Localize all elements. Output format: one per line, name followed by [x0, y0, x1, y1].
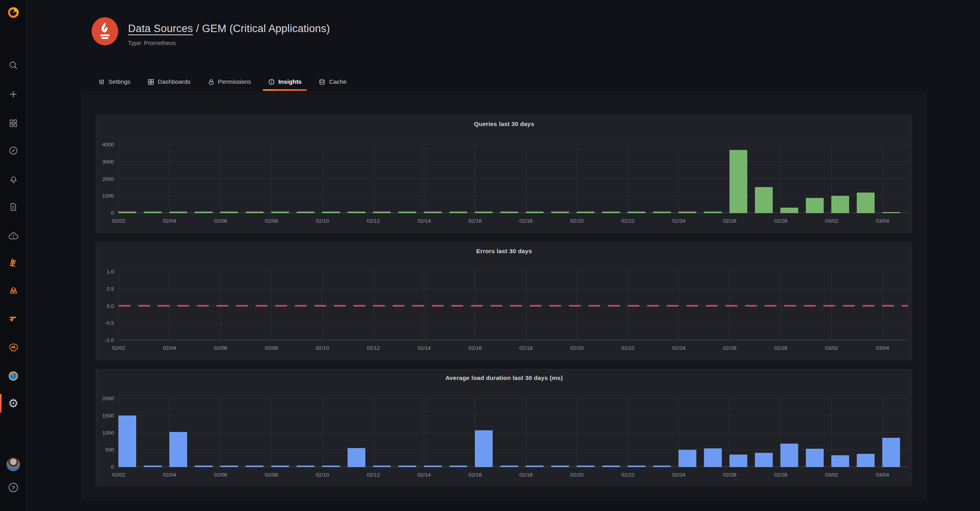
queries-chart: 02/0202/0402/0602/0802/1002/1202/1402/16…: [96, 115, 912, 233]
svg-text:02/16: 02/16: [469, 218, 482, 224]
svg-text:02/28: 02/28: [774, 472, 787, 478]
alerting-bell-icon[interactable]: [0, 173, 27, 185]
svg-text:02/04: 02/04: [163, 218, 176, 224]
svg-text:02/28: 02/28: [774, 345, 787, 351]
svg-text:03/02: 03/02: [825, 472, 838, 478]
svg-text:02/18: 02/18: [520, 345, 533, 351]
svg-text:02/20: 02/20: [570, 472, 584, 478]
svg-text:02/12: 02/12: [366, 472, 380, 478]
svg-text:02/10: 02/10: [316, 472, 329, 478]
page-title: Data Sources / GEM (Critical Application…: [128, 23, 330, 35]
user-avatar[interactable]: [0, 457, 27, 471]
svg-text:4000: 4000: [102, 142, 114, 148]
prometheus-logo-icon: [92, 17, 118, 45]
lock-icon: [208, 79, 215, 85]
svg-text:-0.5: -0.5: [105, 320, 114, 326]
svg-text:02/10: 02/10: [316, 218, 329, 224]
svg-text:02/14: 02/14: [418, 472, 431, 478]
explore-compass-icon[interactable]: [0, 145, 27, 157]
database-icon: [319, 79, 325, 85]
load-duration-chart: 02/0202/0402/0602/0802/1002/1202/1402/16…: [96, 369, 912, 486]
svg-text:02/22: 02/22: [621, 472, 635, 478]
errors-chart: 02/0202/0402/0602/0802/1002/1202/1402/16…: [96, 243, 912, 360]
svg-text:02/08: 02/08: [265, 472, 278, 478]
create-plus-icon[interactable]: [0, 88, 27, 100]
svg-text:02/08: 02/08: [265, 345, 278, 351]
mimir-app-icon[interactable]: [0, 284, 27, 296]
svg-text:02/12: 02/12: [366, 345, 380, 351]
document-icon[interactable]: [0, 201, 27, 213]
svg-text:02/18: 02/18: [520, 218, 533, 224]
tab-bar: Settings Dashboards Permissions Insights…: [93, 74, 352, 90]
search-icon[interactable]: [0, 59, 27, 71]
breadcrumb-data-sources-link[interactable]: Data Sources: [128, 23, 193, 34]
sliders-icon: [98, 79, 105, 85]
svg-text:02/16: 02/16: [469, 345, 482, 351]
svg-text:02/02: 02/02: [112, 345, 125, 351]
help-icon[interactable]: ?: [0, 482, 27, 493]
datasource-type: Type: Prometheus: [128, 40, 330, 46]
cloud-alert-icon[interactable]: [0, 230, 27, 242]
svg-text:02/22: 02/22: [621, 218, 635, 224]
grafana-logo-icon[interactable]: [0, 4, 27, 21]
svg-text:02/14: 02/14: [418, 218, 431, 224]
svg-text:02/24: 02/24: [672, 345, 686, 351]
svg-text:02/08: 02/08: [265, 218, 278, 224]
svg-text:1500: 1500: [102, 413, 114, 419]
svg-text:02/20: 02/20: [570, 218, 584, 224]
tab-insights[interactable]: Insights: [263, 74, 307, 90]
tab-cache[interactable]: Cache: [313, 74, 352, 90]
svg-text:02/06: 02/06: [214, 345, 227, 351]
tab-permissions[interactable]: Permissions: [202, 74, 256, 90]
svg-text:02/12: 02/12: [366, 218, 380, 224]
svg-text:02/26: 02/26: [723, 345, 736, 351]
svg-text:02/02: 02/02: [112, 218, 125, 224]
svg-text:03/02: 03/02: [825, 218, 838, 224]
svg-text:02/26: 02/26: [723, 218, 736, 224]
svg-text:02/02: 02/02: [112, 472, 125, 478]
sidebar: ⚙ ?: [0, 0, 27, 511]
svg-text:02/10: 02/10: [316, 345, 329, 351]
info-circle-icon: [268, 79, 275, 85]
loki-app-icon[interactable]: [0, 257, 27, 269]
svg-text:3000: 3000: [102, 159, 114, 165]
svg-text:02/24: 02/24: [672, 218, 686, 224]
svg-text:03/02: 03/02: [825, 345, 838, 351]
configuration-gear-icon[interactable]: ⚙: [0, 398, 27, 409]
tempo-app-icon[interactable]: [0, 313, 27, 324]
svg-text:02/24: 02/24: [672, 472, 686, 478]
machine-learning-app-icon[interactable]: [0, 342, 27, 353]
svg-text:0: 0: [111, 464, 114, 470]
svg-text:03/04: 03/04: [876, 218, 889, 224]
svg-text:03/04: 03/04: [876, 472, 889, 478]
svg-text:02/18: 02/18: [520, 472, 533, 478]
world-map-app-icon[interactable]: [0, 370, 27, 382]
svg-text:2000: 2000: [102, 396, 114, 401]
grid-icon: [148, 79, 154, 85]
load-duration-panel: Average load duration last 30 days (ms) …: [96, 369, 912, 486]
svg-text:2000: 2000: [102, 176, 114, 182]
svg-text:02/20: 02/20: [570, 345, 584, 351]
svg-text:500: 500: [105, 447, 114, 453]
svg-text:-1.0: -1.0: [105, 337, 114, 343]
svg-text:02/06: 02/06: [214, 218, 227, 224]
svg-text:02/22: 02/22: [621, 345, 635, 351]
errors-panel: Errors last 30 days 02/0202/0402/0602/08…: [96, 242, 912, 360]
svg-text:02/26: 02/26: [723, 472, 736, 478]
tab-dashboards[interactable]: Dashboards: [142, 74, 196, 90]
svg-text:0: 0: [111, 210, 114, 216]
queries-panel: Queries last 30 days 02/0202/0402/0602/0…: [96, 115, 912, 233]
datasource-name: GEM (Critical Applications): [202, 23, 330, 34]
insights-tab-content: Queries last 30 days 02/0202/0402/0602/0…: [81, 91, 926, 501]
svg-text:0.5: 0.5: [106, 286, 114, 292]
page-header: Data Sources / GEM (Critical Application…: [128, 23, 330, 46]
svg-text:0.0: 0.0: [106, 303, 114, 309]
tab-settings[interactable]: Settings: [93, 74, 136, 90]
svg-text:03/04: 03/04: [876, 345, 889, 351]
svg-text:1000: 1000: [102, 193, 114, 199]
breadcrumb-separator: /: [193, 23, 202, 34]
dashboards-grid-icon[interactable]: [0, 117, 27, 129]
svg-text:02/04: 02/04: [163, 472, 176, 478]
svg-text:02/16: 02/16: [469, 472, 482, 478]
svg-text:02/28: 02/28: [774, 218, 787, 224]
